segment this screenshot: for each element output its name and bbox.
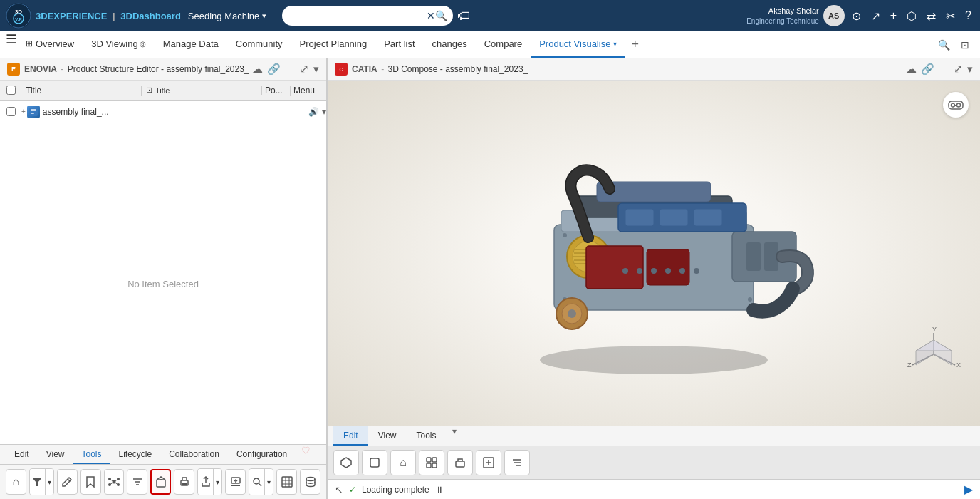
- right-tool-shape-btn[interactable]: [362, 450, 387, 475]
- right-tool-tree-btn[interactable]: [504, 450, 530, 475]
- svg-rect-85: [427, 458, 431, 462]
- status-bar: ↖ ✓ Loading complete ⏸ ▶: [328, 479, 980, 499]
- share2-icon[interactable]: ⇄: [924, 8, 939, 24]
- add-icon[interactable]: +: [887, 8, 900, 24]
- nav-item-3d-viewing[interactable]: 3D Viewing ◎: [83, 31, 155, 58]
- overview-icon: ⊞: [26, 38, 33, 48]
- header-bar: 3D V.R 3DEXPERIENCE | 3DDashboard Seedin…: [0, 0, 980, 31]
- right-tab-tools[interactable]: Tools: [406, 426, 446, 446]
- nav-item-product-visualise[interactable]: Product Visualise ▾: [531, 31, 625, 58]
- share-icon[interactable]: ↗: [868, 8, 883, 24]
- avatar[interactable]: AS: [823, 5, 845, 26]
- bookmark2-icon[interactable]: ⬡: [904, 8, 919, 24]
- nav-item-overview[interactable]: ⊞ Overview: [17, 31, 83, 58]
- right-link-icon[interactable]: 🔗: [921, 63, 934, 76]
- toolbar-heart-icon[interactable]: ♡: [301, 445, 311, 464]
- toolbar-tab-lifecycle[interactable]: Lifecycle: [110, 445, 161, 464]
- nav-item-project-planning[interactable]: Project Planning: [291, 31, 376, 58]
- nav-item-changes[interactable]: changes: [424, 31, 476, 58]
- toolbar-filter-dropdown-btn[interactable]: ▾: [46, 469, 53, 495]
- right-tool-home-btn[interactable]: ⌂: [390, 450, 416, 475]
- svg-rect-89: [456, 461, 464, 467]
- toolbar-package-btn[interactable]: [150, 469, 171, 495]
- left-cloud-icon[interactable]: ☁: [252, 63, 263, 76]
- left-chevron-down-icon[interactable]: ▾: [313, 63, 319, 76]
- app-logo[interactable]: 3D V.R: [6, 3, 31, 29]
- row-check[interactable]: [0, 107, 21, 116]
- tag-icon[interactable]: 🏷: [457, 9, 470, 24]
- right-tool-component-btn[interactable]: [447, 450, 473, 475]
- nav-item-part-list[interactable]: Part list: [375, 31, 423, 58]
- toolbar-export-dropdown-btn[interactable]: ▾: [214, 469, 221, 495]
- right-minimize-icon[interactable]: —: [939, 63, 949, 76]
- search-clear-btn[interactable]: ✕: [427, 10, 435, 21]
- right-tool-insert-btn[interactable]: [476, 450, 501, 475]
- status-pause-btn[interactable]: ⏸: [435, 485, 444, 495]
- right-tab-edit[interactable]: Edit: [333, 426, 368, 446]
- right-expand-icon[interactable]: ⤢: [954, 63, 963, 76]
- svg-rect-52: [586, 246, 643, 289]
- nav-search-icon[interactable]: 🔍: [934, 36, 953, 54]
- toolbar-tab-configuration[interactable]: Configuration: [228, 445, 296, 464]
- right-chevron-down-icon[interactable]: ▾: [967, 63, 973, 76]
- toolbar-print-btn[interactable]: [174, 469, 194, 495]
- col-check[interactable]: [0, 86, 21, 95]
- row-speaker-icon[interactable]: 🔊: [308, 107, 319, 117]
- toolbar-filter-btn[interactable]: [30, 469, 46, 495]
- toolbar-tab-view[interactable]: View: [38, 445, 73, 464]
- status-arrow-icon[interactable]: ▶: [964, 483, 973, 496]
- nav-item-community[interactable]: Community: [227, 31, 291, 58]
- toolbar-tab-collaboration[interactable]: Collaboration: [160, 445, 228, 464]
- right-tool-config-btn[interactable]: [419, 450, 444, 475]
- svg-rect-84: [370, 458, 379, 467]
- svg-text:X: X: [956, 361, 961, 369]
- project-dropdown-icon[interactable]: ▾: [262, 11, 266, 21]
- right-toolbar-more-icon[interactable]: ▾: [452, 426, 457, 446]
- svg-point-62: [637, 268, 642, 274]
- table-row[interactable]: + assembly final_... 🔊 ▾: [0, 101, 326, 123]
- nav-item-compare[interactable]: Compare: [476, 31, 531, 58]
- vr-button[interactable]: [943, 92, 969, 118]
- toolbar-tab-tools[interactable]: Tools: [73, 445, 110, 464]
- row-chevron-icon[interactable]: ▾: [322, 107, 326, 117]
- right-cloud-icon[interactable]: ☁: [906, 63, 917, 76]
- nav-add-tab-btn[interactable]: +: [625, 31, 645, 58]
- compass-icon[interactable]: ⊙: [849, 8, 864, 24]
- toolbar-edit-btn[interactable]: [57, 469, 78, 495]
- toolbar-bookmark-btn[interactable]: [80, 469, 101, 495]
- col-title1: Title: [21, 86, 142, 96]
- svg-rect-23: [182, 483, 187, 485]
- toolbar-tab-edit[interactable]: Edit: [6, 445, 38, 464]
- project-name[interactable]: Seeding Machine ▾: [188, 11, 266, 21]
- toolbar-table-btn[interactable]: [276, 469, 297, 495]
- right-tab-view[interactable]: View: [368, 426, 407, 446]
- search-input[interactable]: air filter: [288, 11, 427, 21]
- toolbar-export-btn-group: ▾: [197, 468, 222, 495]
- hamburger-icon[interactable]: ☰: [6, 31, 17, 58]
- scissors-icon[interactable]: ✂: [943, 8, 958, 24]
- toolbar-searchreplace-dropdown-btn[interactable]: ▾: [265, 469, 273, 495]
- svg-point-69: [748, 233, 752, 237]
- toolbar-home-btn[interactable]: ⌂: [6, 469, 26, 495]
- toolbar-upload-btn[interactable]: [225, 469, 246, 495]
- toolbar-graph-btn[interactable]: [104, 469, 125, 495]
- search-submit-btn[interactable]: 🔍: [435, 10, 447, 21]
- svg-point-37: [952, 103, 955, 107]
- right-tool-3dpart-btn[interactable]: [333, 450, 359, 475]
- left-link-icon[interactable]: 🔗: [267, 63, 281, 76]
- left-minimize-icon[interactable]: —: [285, 63, 296, 76]
- nav-item-manage-data[interactable]: Manage Data: [155, 31, 227, 58]
- nav-visualise-dropdown-icon[interactable]: ▾: [613, 40, 617, 48]
- toolbar-database-btn[interactable]: [300, 469, 320, 495]
- row-checkbox[interactable]: [6, 107, 16, 116]
- toolbar-searchreplace-btn[interactable]: [249, 469, 265, 495]
- nav-screen-icon[interactable]: ⊡: [956, 36, 974, 54]
- left-expand-icon[interactable]: ⤢: [300, 63, 309, 76]
- help-icon[interactable]: ?: [962, 8, 974, 24]
- toolbar-export-btn[interactable]: [198, 469, 214, 495]
- select-all-checkbox[interactable]: [6, 86, 16, 95]
- viewport-3d[interactable]: X Z Y: [328, 81, 980, 426]
- row-expand-icon[interactable]: +: [21, 108, 26, 115]
- status-text: Loading complete: [362, 485, 429, 495]
- toolbar-filter2-btn[interactable]: [127, 469, 147, 495]
